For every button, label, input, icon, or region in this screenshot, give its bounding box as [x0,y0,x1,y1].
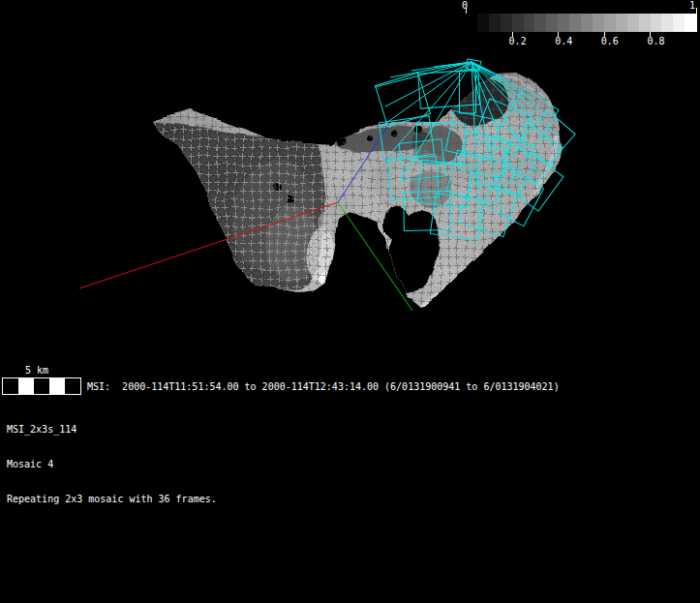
observation-time-range: MSI: 2000-114T11:51:54.00 to 2000-114T12… [87,381,560,392]
colorbar-gradient [466,14,696,32]
scalebar-checker [2,377,81,395]
colorbar-tick-label: 0.4 [555,36,572,46]
asteroid-mesh [136,53,581,324]
colorbar-max-label: 1 [689,0,695,11]
sequence-id: MSI_2x3s_114 [7,424,217,437]
mosaic-number: Mosaic 4 [7,459,217,472]
colorbar-tick-label: 0.6 [601,36,619,46]
colorbar: 0 1 0.20.40.60.8 [461,0,700,48]
colorbar-tick-label: 0.2 [509,36,527,46]
mosaic-info-block: MSI_2x3s_114 Mosaic 4 Repeating 2x3 mosa… [7,403,217,518]
mosaic-description: Repeating 2x3 mosaic with 36 frames. [7,494,217,507]
scalebar-label: 5 km [25,365,48,376]
colorbar-right-endline [696,8,697,32]
colorbar-tick-label: 0.8 [647,36,664,46]
